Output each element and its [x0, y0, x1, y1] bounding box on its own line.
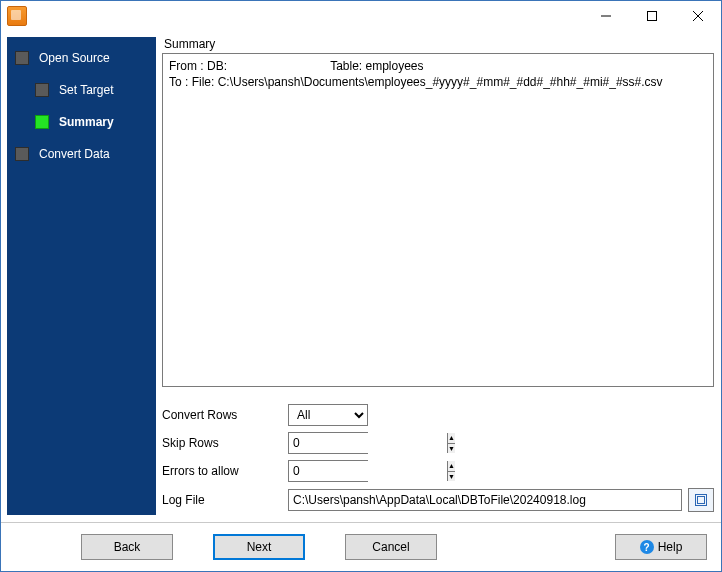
app-icon: [7, 6, 27, 26]
row-errors: Errors to allow ▲ ▼: [162, 457, 714, 485]
skip-rows-down[interactable]: ▼: [448, 444, 455, 454]
step-set-target[interactable]: Set Target: [35, 77, 156, 103]
summary-to-line: To : File: C:\Users\pansh\Documents\empl…: [169, 74, 707, 90]
log-file-input[interactable]: [288, 489, 682, 511]
convert-rows-label: Convert Rows: [162, 408, 288, 422]
maximize-button[interactable]: [629, 1, 675, 31]
cancel-button[interactable]: Cancel: [345, 534, 437, 560]
step-label: Set Target: [59, 83, 113, 97]
help-icon: ?: [640, 540, 654, 554]
errors-up[interactable]: ▲: [448, 461, 455, 472]
main-panel: Summary From : DB: Table: employees To :…: [162, 37, 714, 515]
row-skip-rows: Skip Rows ▲ ▼: [162, 429, 714, 457]
svg-rect-5: [698, 497, 705, 504]
wizard-sidebar: Open Source Set Target Summary Convert D…: [7, 37, 156, 515]
step-marker-icon: [15, 147, 29, 161]
maximize-icon: [647, 11, 657, 21]
step-convert-data[interactable]: Convert Data: [15, 141, 156, 167]
step-label: Summary: [59, 115, 114, 129]
step-marker-icon: [35, 83, 49, 97]
errors-input[interactable]: [289, 461, 447, 481]
skip-rows-input[interactable]: [289, 433, 447, 453]
log-file-browse-button[interactable]: [688, 488, 714, 512]
summary-box: From : DB: Table: employees To : File: C…: [162, 53, 714, 387]
close-icon: [693, 11, 703, 21]
step-marker-icon: [15, 51, 29, 65]
next-button[interactable]: Next: [213, 534, 305, 560]
minimize-icon: [601, 11, 611, 21]
back-button[interactable]: Back: [81, 534, 173, 560]
step-label: Open Source: [39, 51, 110, 65]
close-button[interactable]: [675, 1, 721, 31]
step-open-source[interactable]: Open Source: [15, 45, 156, 71]
skip-rows-up[interactable]: ▲: [448, 433, 455, 444]
row-log-file: Log File: [162, 485, 714, 515]
svg-rect-1: [648, 12, 657, 21]
window-controls: [583, 1, 721, 31]
row-convert-rows: Convert Rows All: [162, 401, 714, 429]
skip-rows-spinner: ▲ ▼: [288, 432, 368, 454]
log-file-label: Log File: [162, 493, 288, 507]
step-label: Convert Data: [39, 147, 110, 161]
step-marker-icon: [35, 115, 49, 129]
minimize-button[interactable]: [583, 1, 629, 31]
summary-from-line: From : DB: Table: employees: [169, 58, 707, 74]
convert-rows-select[interactable]: All: [288, 404, 368, 426]
errors-down[interactable]: ▼: [448, 472, 455, 482]
app-window: Open Source Set Target Summary Convert D…: [0, 0, 722, 572]
skip-rows-label: Skip Rows: [162, 436, 288, 450]
help-button[interactable]: ? Help: [615, 534, 707, 560]
titlebar: [1, 1, 721, 31]
options-form: Convert Rows All Skip Rows ▲ ▼: [162, 401, 714, 515]
step-summary[interactable]: Summary: [35, 109, 156, 135]
errors-label: Errors to allow: [162, 464, 288, 478]
errors-spinner: ▲ ▼: [288, 460, 368, 482]
browse-icon: [694, 493, 708, 507]
wizard-footer: Back Next Cancel ? Help: [1, 522, 721, 571]
summary-title: Summary: [162, 37, 714, 53]
